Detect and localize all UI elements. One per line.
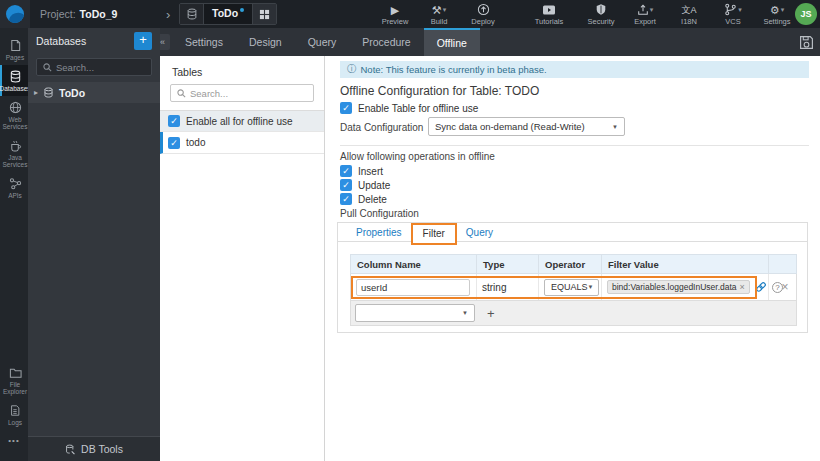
translate-icon: 文A [681,3,696,16]
add-column-select[interactable]: ▼ [355,304,475,322]
delete-row-icon[interactable]: × [774,280,796,294]
info-icon: ⓘ [347,63,357,76]
gear-icon: ⚙ [770,4,780,16]
data-configuration-value: Sync data on-demand (Read-Write) [435,121,585,132]
databases-panel: Databases + ▸ ToDo DB Tools [28,28,160,461]
tutorials-button[interactable]: Tutorials [534,1,564,28]
app-window: Project: ToDo_9 › ToDo ▶ Preview ⚒▾ Bu [0,0,820,461]
tab-procedure[interactable]: Procedure [349,28,423,56]
sidebar-item-databases[interactable]: Databases [0,65,28,96]
select-arrow-icon: ▼ [588,284,594,290]
sidebar-item-apis[interactable]: APIs [0,172,28,203]
database-item-todo[interactable]: ▸ ToDo [28,82,160,103]
deploy-icon [477,3,490,16]
wavemaker-logo-icon [6,5,24,23]
tab-filter[interactable]: Filter [412,223,456,242]
db-tools-button[interactable]: DB Tools [28,436,160,461]
tutorials-icon [542,3,556,16]
pages-icon [9,39,22,52]
operation-insert-row[interactable]: ✓ Insert [340,165,383,177]
filter-table-footer: ▼ + [350,301,797,326]
tab-query-pull[interactable]: Query [456,223,503,241]
databases-icon [9,70,22,83]
vcs-button[interactable]: ▾ VCS [718,1,748,28]
i18n-button[interactable]: 文A I18N [674,1,704,28]
logs-icon [9,404,21,417]
add-database-button[interactable]: + [134,32,152,50]
folder-icon [9,367,22,379]
build-button[interactable]: ⚒▾ Build [424,1,454,28]
chevron-down-icon: ▾ [781,4,785,16]
tab-settings[interactable]: Settings [172,28,236,56]
table-row-todo[interactable]: ✓ todo [160,132,324,154]
beta-note-text: Note: This feature is currently in beta … [361,64,547,75]
header-operator: Operator [539,255,602,273]
tab-properties[interactable]: Properties [346,223,412,241]
deploy-button[interactable]: Deploy [468,1,498,28]
databases-search[interactable] [36,58,152,76]
data-configuration-select[interactable]: Sync data on-demand (Read-Write) ▼ [428,117,625,136]
check-icon: ✓ [342,193,350,205]
coffee-icon [9,139,22,152]
databases-search-input[interactable] [56,62,146,73]
save-icon [799,35,814,50]
check-icon: ✓ [342,165,350,177]
pull-configuration-panel: Properties Filter Query Column Name Type… [337,222,808,333]
checkbox-enable-table[interactable]: ✓ [340,102,352,114]
enable-all-offline-row[interactable]: ✓ Enable all for offline use [160,110,324,132]
checkbox-update[interactable]: ✓ [340,179,352,191]
operations-label: Allow following operations in offline [340,151,495,162]
offline-config-content: ⓘ Note: This feature is currently in bet… [325,56,820,461]
artifact-tab-todo[interactable]: ToDo [179,3,277,25]
settings-button[interactable]: ⚙▾ Settings [762,1,792,28]
remove-binding-icon[interactable]: × [740,282,745,292]
export-button[interactable]: ▾ Export [630,1,660,28]
filter-value-chip[interactable]: bind:Variables.loggedInUser.data × [607,280,750,294]
caret-right-icon[interactable]: ▸ [34,88,38,97]
add-filter-button[interactable]: + [487,306,495,321]
save-button[interactable] [794,30,818,54]
globe-icon [9,101,22,114]
chevron-down-icon: ▾ [650,4,654,16]
user-avatar[interactable]: JS [795,3,817,25]
checkbox-todo-table[interactable]: ✓ [168,137,180,149]
check-icon: ✓ [170,137,178,149]
operation-delete-row[interactable]: ✓ Delete [340,193,387,205]
sidebar-item-web-services[interactable]: Web Services [0,96,28,134]
table-name-label: todo [186,137,205,148]
header-filter-value: Filter Value [602,255,769,273]
section-divider [340,145,809,146]
tables-panel: Tables ✓ Enable all for offline use ✓ to… [160,56,325,461]
insert-label: Insert [358,166,383,177]
type-value: string [482,282,506,293]
column-name-input[interactable] [356,279,470,296]
tables-search-input[interactable] [190,88,300,99]
project-title: Project: ToDo_9 [40,0,117,28]
bind-link-icon[interactable] [755,281,767,293]
tab-query[interactable]: Query [295,28,350,56]
tables-search[interactable] [170,84,314,102]
operator-select[interactable]: EQUALS ▼ [544,279,599,296]
more-menu-button[interactable]: ••• [0,430,28,447]
sidebar-item-file-explorer[interactable]: File Explorer [0,362,28,399]
sidebar-item-logs[interactable]: Logs [0,399,28,430]
checkbox-insert[interactable]: ✓ [340,165,352,177]
security-button[interactable]: Security [586,1,616,28]
tab-offline[interactable]: Offline [424,28,480,56]
grid-view-icon[interactable] [252,4,276,24]
enable-table-offline-row[interactable]: ✓ Enable Table for offline use [340,102,478,114]
sidebar-item-java-services[interactable]: Java Services [0,134,28,172]
top-bar: Project: ToDo_9 › ToDo ▶ Preview ⚒▾ Bu [0,0,820,28]
preview-button[interactable]: ▶ Preview [380,1,410,28]
databases-panel-title: Databases [36,35,86,47]
tab-design[interactable]: Design [236,28,295,56]
operation-update-row[interactable]: ✓ Update [340,179,390,191]
app-logo[interactable] [0,0,30,28]
sidebar-item-pages[interactable]: Pages [0,34,28,65]
checkbox-delete[interactable]: ✓ [340,193,352,205]
database-item-label: ToDo [59,87,85,99]
branch-icon [724,3,737,16]
select-arrow-icon: ▼ [462,310,468,316]
db-tools-icon [65,444,76,455]
checkbox-enable-all[interactable]: ✓ [168,115,180,127]
